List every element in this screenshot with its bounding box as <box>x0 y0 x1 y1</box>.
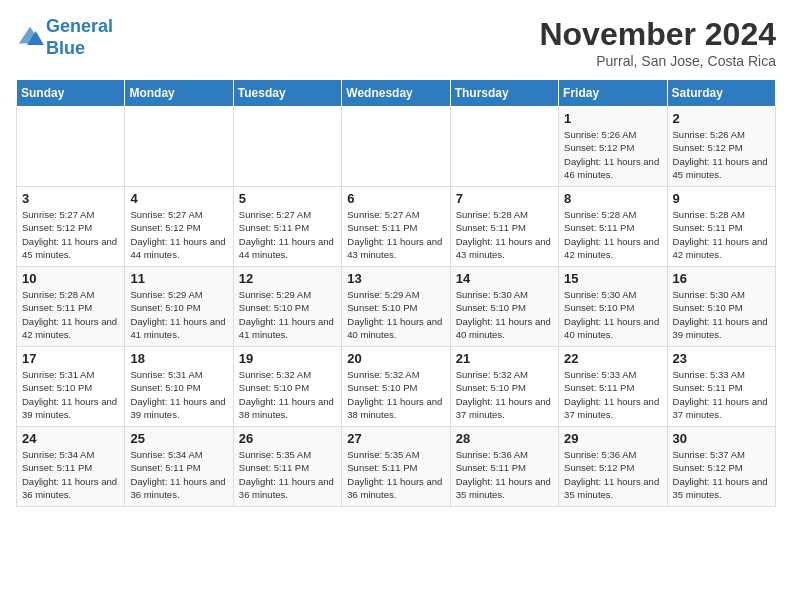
calendar-cell: 28Sunrise: 5:36 AM Sunset: 5:11 PM Dayli… <box>450 427 558 507</box>
day-info: Sunrise: 5:33 AM Sunset: 5:11 PM Dayligh… <box>673 368 770 421</box>
day-info: Sunrise: 5:33 AM Sunset: 5:11 PM Dayligh… <box>564 368 661 421</box>
calendar-cell: 29Sunrise: 5:36 AM Sunset: 5:12 PM Dayli… <box>559 427 667 507</box>
day-info: Sunrise: 5:28 AM Sunset: 5:11 PM Dayligh… <box>564 208 661 261</box>
calendar-cell: 27Sunrise: 5:35 AM Sunset: 5:11 PM Dayli… <box>342 427 450 507</box>
day-info: Sunrise: 5:35 AM Sunset: 5:11 PM Dayligh… <box>239 448 336 501</box>
week-row-2: 3Sunrise: 5:27 AM Sunset: 5:12 PM Daylig… <box>17 187 776 267</box>
calendar-cell: 11Sunrise: 5:29 AM Sunset: 5:10 PM Dayli… <box>125 267 233 347</box>
day-info: Sunrise: 5:30 AM Sunset: 5:10 PM Dayligh… <box>673 288 770 341</box>
day-info: Sunrise: 5:28 AM Sunset: 5:11 PM Dayligh… <box>673 208 770 261</box>
day-info: Sunrise: 5:27 AM Sunset: 5:12 PM Dayligh… <box>130 208 227 261</box>
calendar-cell: 9Sunrise: 5:28 AM Sunset: 5:11 PM Daylig… <box>667 187 775 267</box>
calendar-cell <box>450 107 558 187</box>
calendar-cell: 30Sunrise: 5:37 AM Sunset: 5:12 PM Dayli… <box>667 427 775 507</box>
day-number: 1 <box>564 111 661 126</box>
day-number: 27 <box>347 431 444 446</box>
calendar-cell: 17Sunrise: 5:31 AM Sunset: 5:10 PM Dayli… <box>17 347 125 427</box>
title-block: November 2024 Purral, San Jose, Costa Ri… <box>539 16 776 69</box>
calendar-cell: 8Sunrise: 5:28 AM Sunset: 5:11 PM Daylig… <box>559 187 667 267</box>
calendar-cell: 26Sunrise: 5:35 AM Sunset: 5:11 PM Dayli… <box>233 427 341 507</box>
day-number: 25 <box>130 431 227 446</box>
calendar-cell: 3Sunrise: 5:27 AM Sunset: 5:12 PM Daylig… <box>17 187 125 267</box>
day-number: 8 <box>564 191 661 206</box>
day-info: Sunrise: 5:26 AM Sunset: 5:12 PM Dayligh… <box>673 128 770 181</box>
day-number: 6 <box>347 191 444 206</box>
day-number: 3 <box>22 191 119 206</box>
day-info: Sunrise: 5:37 AM Sunset: 5:12 PM Dayligh… <box>673 448 770 501</box>
day-info: Sunrise: 5:34 AM Sunset: 5:11 PM Dayligh… <box>22 448 119 501</box>
calendar-cell: 15Sunrise: 5:30 AM Sunset: 5:10 PM Dayli… <box>559 267 667 347</box>
day-info: Sunrise: 5:32 AM Sunset: 5:10 PM Dayligh… <box>456 368 553 421</box>
day-info: Sunrise: 5:31 AM Sunset: 5:10 PM Dayligh… <box>22 368 119 421</box>
day-info: Sunrise: 5:27 AM Sunset: 5:12 PM Dayligh… <box>22 208 119 261</box>
day-number: 26 <box>239 431 336 446</box>
day-number: 10 <box>22 271 119 286</box>
day-number: 15 <box>564 271 661 286</box>
calendar-cell: 19Sunrise: 5:32 AM Sunset: 5:10 PM Dayli… <box>233 347 341 427</box>
day-header-friday: Friday <box>559 80 667 107</box>
calendar-cell: 14Sunrise: 5:30 AM Sunset: 5:10 PM Dayli… <box>450 267 558 347</box>
logo-line2: Blue <box>46 38 85 58</box>
day-number: 14 <box>456 271 553 286</box>
calendar-cell: 16Sunrise: 5:30 AM Sunset: 5:10 PM Dayli… <box>667 267 775 347</box>
logo-line1: General <box>46 16 113 36</box>
location-subtitle: Purral, San Jose, Costa Rica <box>539 53 776 69</box>
day-number: 17 <box>22 351 119 366</box>
day-number: 28 <box>456 431 553 446</box>
calendar-cell: 6Sunrise: 5:27 AM Sunset: 5:11 PM Daylig… <box>342 187 450 267</box>
day-info: Sunrise: 5:29 AM Sunset: 5:10 PM Dayligh… <box>130 288 227 341</box>
page-header: General Blue November 2024 Purral, San J… <box>16 16 776 69</box>
calendar-cell: 13Sunrise: 5:29 AM Sunset: 5:10 PM Dayli… <box>342 267 450 347</box>
week-row-1: 1Sunrise: 5:26 AM Sunset: 5:12 PM Daylig… <box>17 107 776 187</box>
day-number: 9 <box>673 191 770 206</box>
day-number: 24 <box>22 431 119 446</box>
day-header-wednesday: Wednesday <box>342 80 450 107</box>
calendar-cell <box>17 107 125 187</box>
day-info: Sunrise: 5:28 AM Sunset: 5:11 PM Dayligh… <box>22 288 119 341</box>
calendar-header-row: SundayMondayTuesdayWednesdayThursdayFrid… <box>17 80 776 107</box>
calendar-cell: 1Sunrise: 5:26 AM Sunset: 5:12 PM Daylig… <box>559 107 667 187</box>
day-info: Sunrise: 5:35 AM Sunset: 5:11 PM Dayligh… <box>347 448 444 501</box>
calendar-table: SundayMondayTuesdayWednesdayThursdayFrid… <box>16 79 776 507</box>
day-info: Sunrise: 5:32 AM Sunset: 5:10 PM Dayligh… <box>347 368 444 421</box>
day-info: Sunrise: 5:32 AM Sunset: 5:10 PM Dayligh… <box>239 368 336 421</box>
calendar-cell: 18Sunrise: 5:31 AM Sunset: 5:10 PM Dayli… <box>125 347 233 427</box>
day-header-tuesday: Tuesday <box>233 80 341 107</box>
calendar-cell: 23Sunrise: 5:33 AM Sunset: 5:11 PM Dayli… <box>667 347 775 427</box>
day-number: 5 <box>239 191 336 206</box>
calendar-cell: 25Sunrise: 5:34 AM Sunset: 5:11 PM Dayli… <box>125 427 233 507</box>
day-number: 16 <box>673 271 770 286</box>
day-number: 2 <box>673 111 770 126</box>
day-number: 12 <box>239 271 336 286</box>
day-number: 18 <box>130 351 227 366</box>
calendar-cell: 20Sunrise: 5:32 AM Sunset: 5:10 PM Dayli… <box>342 347 450 427</box>
month-title: November 2024 <box>539 16 776 53</box>
day-number: 21 <box>456 351 553 366</box>
day-number: 7 <box>456 191 553 206</box>
calendar-cell: 7Sunrise: 5:28 AM Sunset: 5:11 PM Daylig… <box>450 187 558 267</box>
day-info: Sunrise: 5:31 AM Sunset: 5:10 PM Dayligh… <box>130 368 227 421</box>
day-info: Sunrise: 5:30 AM Sunset: 5:10 PM Dayligh… <box>564 288 661 341</box>
day-number: 29 <box>564 431 661 446</box>
day-header-sunday: Sunday <box>17 80 125 107</box>
day-info: Sunrise: 5:36 AM Sunset: 5:12 PM Dayligh… <box>564 448 661 501</box>
logo-text: General Blue <box>46 16 113 59</box>
day-info: Sunrise: 5:28 AM Sunset: 5:11 PM Dayligh… <box>456 208 553 261</box>
day-info: Sunrise: 5:27 AM Sunset: 5:11 PM Dayligh… <box>347 208 444 261</box>
calendar-cell: 10Sunrise: 5:28 AM Sunset: 5:11 PM Dayli… <box>17 267 125 347</box>
week-row-3: 10Sunrise: 5:28 AM Sunset: 5:11 PM Dayli… <box>17 267 776 347</box>
calendar-cell <box>233 107 341 187</box>
calendar-cell <box>125 107 233 187</box>
logo-icon <box>16 24 44 52</box>
day-number: 30 <box>673 431 770 446</box>
day-header-thursday: Thursday <box>450 80 558 107</box>
calendar-cell: 21Sunrise: 5:32 AM Sunset: 5:10 PM Dayli… <box>450 347 558 427</box>
calendar-cell: 22Sunrise: 5:33 AM Sunset: 5:11 PM Dayli… <box>559 347 667 427</box>
week-row-5: 24Sunrise: 5:34 AM Sunset: 5:11 PM Dayli… <box>17 427 776 507</box>
day-header-saturday: Saturday <box>667 80 775 107</box>
day-info: Sunrise: 5:30 AM Sunset: 5:10 PM Dayligh… <box>456 288 553 341</box>
day-number: 22 <box>564 351 661 366</box>
day-number: 20 <box>347 351 444 366</box>
calendar-cell: 24Sunrise: 5:34 AM Sunset: 5:11 PM Dayli… <box>17 427 125 507</box>
day-number: 11 <box>130 271 227 286</box>
